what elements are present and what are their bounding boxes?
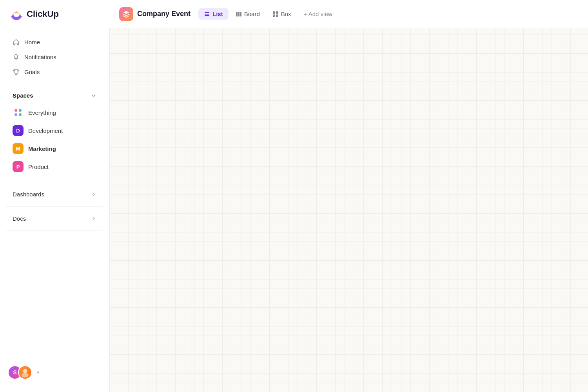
product-avatar: P <box>13 161 24 172</box>
view-tabs: List Board Box <box>198 8 338 20</box>
docs-label: Docs <box>13 215 26 222</box>
tab-board-label: Board <box>244 11 260 17</box>
box-view-icon <box>272 11 279 17</box>
sidebar-item-marketing[interactable]: M Marketing <box>3 140 106 158</box>
main-content <box>110 28 588 392</box>
sidebar-item-dashboards[interactable]: Dashboards <box>3 187 106 201</box>
user-menu-chevron: ▾ <box>37 370 39 375</box>
svg-rect-9 <box>276 15 278 17</box>
user-avatars[interactable]: S <box>8 365 32 379</box>
tab-board[interactable]: Board <box>230 8 265 20</box>
sidebar-item-goals[interactable]: Goals <box>3 64 106 79</box>
trophy-icon <box>13 68 20 75</box>
project-header: Company Event <box>119 7 191 21</box>
sidebar-notifications-label: Notifications <box>24 54 56 60</box>
svg-rect-2 <box>205 15 209 16</box>
space-development-label: Development <box>28 127 63 134</box>
chevron-right-docs-icon <box>91 216 97 222</box>
bell-icon <box>13 53 20 60</box>
sidebar-divider-2 <box>6 182 103 182</box>
chevron-right-icon <box>91 191 97 198</box>
tab-list[interactable]: List <box>198 8 229 20</box>
list-view-icon <box>204 11 210 17</box>
app-body: Home Notifications Goals Spaces <box>0 28 588 392</box>
space-marketing-label: Marketing <box>28 145 56 152</box>
user-initials: S <box>13 369 16 376</box>
add-view-label: + Add view <box>304 11 332 17</box>
svg-rect-5 <box>240 12 241 16</box>
sidebar-item-everything[interactable]: Everything <box>3 103 106 122</box>
tab-box-label: Box <box>281 11 291 17</box>
sidebar-item-development[interactable]: D Development <box>3 122 106 140</box>
docs-left: Docs <box>13 215 26 222</box>
user-photo-icon <box>19 365 31 379</box>
svg-rect-4 <box>238 12 240 16</box>
sidebar-divider-3 <box>6 206 103 207</box>
svg-rect-0 <box>205 12 209 13</box>
logo-area: ClickUp <box>9 7 119 21</box>
sidebar-home-label: Home <box>24 39 40 45</box>
spaces-section-header[interactable]: Spaces <box>3 89 106 102</box>
header: ClickUp Company Event List <box>0 0 588 28</box>
sidebar-item-home[interactable]: Home <box>3 34 106 49</box>
tab-list-label: List <box>212 11 223 17</box>
sidebar: Home Notifications Goals Spaces <box>0 28 110 392</box>
svg-rect-7 <box>276 11 278 14</box>
sidebar-divider-4 <box>6 230 103 231</box>
svg-rect-6 <box>273 11 275 14</box>
svg-rect-1 <box>205 14 209 15</box>
board-view-icon <box>236 11 242 17</box>
marketing-avatar: M <box>13 143 24 154</box>
sidebar-bottom: S <box>0 359 109 386</box>
sidebar-goals-label: Goals <box>24 69 40 75</box>
development-avatar: D <box>13 125 24 136</box>
home-icon <box>13 38 20 45</box>
tab-box[interactable]: Box <box>267 8 297 20</box>
topbar: Company Event List Board <box>119 7 579 21</box>
project-icon <box>119 7 133 21</box>
svg-point-14 <box>23 369 27 373</box>
dashboards-label: Dashboards <box>13 191 44 198</box>
svg-rect-3 <box>236 12 238 16</box>
everything-icon <box>13 107 24 118</box>
svg-rect-8 <box>273 15 275 17</box>
space-everything-label: Everything <box>28 109 56 116</box>
sidebar-item-notifications[interactable]: Notifications <box>3 49 106 64</box>
project-name: Company Event <box>137 10 191 18</box>
clickup-logo-icon <box>9 7 24 21</box>
add-view-button[interactable]: + Add view <box>298 8 338 20</box>
spaces-list: Everything D Development M Marketing P P… <box>0 102 109 177</box>
sidebar-item-docs[interactable]: Docs <box>3 211 106 226</box>
dashboards-left: Dashboards <box>13 191 44 198</box>
user-avatar-img <box>18 365 32 379</box>
chevron-down-icon <box>91 93 97 99</box>
svg-point-15 <box>22 373 29 377</box>
space-product-label: Product <box>28 163 49 170</box>
sidebar-item-product[interactable]: P Product <box>3 158 106 176</box>
app-name: ClickUp <box>27 9 59 19</box>
spaces-title: Spaces <box>13 92 33 99</box>
sidebar-divider-1 <box>6 84 103 84</box>
